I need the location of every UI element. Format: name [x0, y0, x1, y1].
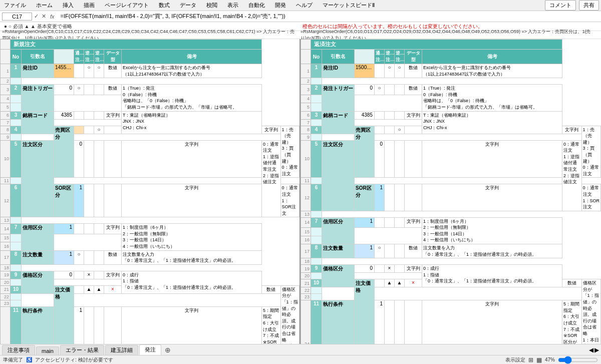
rh-inv1: 逆指値付注文	[385, 50, 395, 64]
table-row: 63銘柄コード4385文字列T：東証（省略時東証） JNX：JNX CHJ：Ch…	[1, 111, 299, 119]
lh-inv1: 逆指値付注文	[84, 50, 94, 64]
rh-dtype: データ型	[405, 50, 422, 64]
right-table: 返済注文 No 引数名 通常注文 逆指値付注文 逆指値注文 データ型 備考	[300, 39, 601, 344]
table-row: 32発注トリガー0○数値1（True）: 発注 0（False）: 待機 省略時…	[1, 85, 299, 95]
cell-reference[interactable]	[2, 13, 32, 21]
rh-inv2: 逆指値注文	[395, 50, 405, 64]
table-row: 23	[1, 300, 299, 306]
table-row: 2411執行条件1文字列5：期間指定 6：大引け成立 7：不成 ※SOR区分が「…	[1, 306, 299, 344]
fx-label: fx	[50, 14, 55, 20]
rh-normal: 通常注文	[375, 50, 385, 64]
table-row: 18	[1, 264, 299, 271]
tab-main[interactable]: main	[36, 346, 59, 355]
rh-no: No	[311, 50, 322, 64]
right-panel: 返済注文 No 引数名 通常注文 逆指値付注文 逆指値注文 データ型 備考	[300, 39, 601, 344]
formula-check-icon[interactable]: ✓	[34, 13, 39, 20]
table-row: 199価格区分0×文字列0：成行 1：指値 「0：通常注文」、「1：逆指値付通常…	[1, 271, 299, 279]
accessibility-text: アクセシビリティ: 検討が必要です	[35, 356, 113, 363]
ready-status: 準備完了	[3, 356, 23, 363]
tab-建玉詳細[interactable]: 建玉詳細	[105, 345, 138, 355]
tab-注意事項[interactable]: 注意事項	[2, 345, 35, 355]
table-row: 9	[301, 134, 601, 140]
add-sheet-icon[interactable]: ⊕	[162, 345, 174, 355]
menu-data[interactable]: データ	[178, 1, 198, 10]
table-row: 105注文区分0文字列0：通常注文 1：逆指値付通常注文 2：逆指値注文	[1, 140, 299, 178]
lh-name: 引数名	[22, 50, 54, 64]
page-view-icon[interactable]: ▦	[536, 356, 542, 363]
lh-desc: 備考	[122, 50, 262, 64]
table-row: 63銘柄コード4385文字列T：東証（省略時東証） JNX：JNX CHJ：Ch…	[301, 111, 601, 119]
formula-bar: ✓ ✕ fx	[0, 11, 601, 22]
table-row: 22	[301, 287, 601, 294]
table-row: 11発注ID150004385○○数値Excelから注文を一意に識別するための番…	[301, 64, 601, 78]
table-row: 23	[301, 294, 601, 300]
left-panel: 新規注文 No 引数名 通常注文 逆指値付注文 逆指値注文 データ型 備考	[0, 39, 300, 344]
lh-no: No	[11, 50, 22, 64]
tab-scroll-left-icon[interactable]: ◀	[589, 346, 593, 353]
table-row: 147信用区分1文字列1：制度信用（6ヶ月） 2：一般信用（無制限） 3：一般信…	[301, 217, 601, 227]
menu-review[interactable]: 校閲	[204, 1, 219, 10]
tab-bar: 注意事項mainエラー・結果建玉詳細発注 ⊕ ◀ ▶	[0, 344, 601, 355]
menu-automate[interactable]: 自動化	[246, 1, 267, 10]
table-row: 199価格区分0×文字列0：成行 1：指値 「0：通常注文」、「1：逆指値付通常…	[301, 265, 601, 273]
menu-home[interactable]: ホーム	[34, 1, 55, 10]
menu-view[interactable]: 表示	[225, 1, 240, 10]
table-row: 2411執行条件1文字列5：期間指定 6：大引け成立 7：不成 ※SOR区分が「…	[301, 300, 601, 344]
menu-file[interactable]: ファイル	[2, 1, 28, 10]
table-row: 178注文数量1○数値注文数量を入力 「0：通常注文」、「1：逆指値付通常注文」…	[301, 244, 601, 258]
tab-発注[interactable]: 発注	[139, 344, 161, 355]
tab-scroll-right-icon[interactable]: ▶	[594, 346, 599, 353]
table-row: 18	[301, 258, 601, 265]
menu-formula[interactable]: 数式	[157, 1, 172, 10]
menu-insert[interactable]: 挿入	[61, 1, 76, 10]
share-button[interactable]: 共有	[579, 0, 599, 11]
table-row: 178注文数量1○数値注文数量を入力 「0：通常注文」、「1：逆指値付通常注文」…	[1, 250, 299, 264]
tab-エラー-結果[interactable]: エラー・結果	[60, 345, 104, 355]
formula-cancel-icon[interactable]: ✕	[42, 13, 46, 20]
right-header-row: No 引数名 通常注文 逆指値付注文 逆指値注文 データ型 備考	[301, 50, 601, 64]
zoom-level: 47%	[545, 357, 555, 362]
left-title-row: 新規注文	[1, 40, 299, 50]
menu-market-speed[interactable]: マーケットスピードⅡ	[321, 1, 377, 10]
rh-name: 引数名	[322, 50, 355, 64]
zoom-slider[interactable]	[558, 356, 598, 364]
rh-val	[355, 50, 375, 64]
left-panel-title: 新規注文	[11, 40, 262, 50]
table-row: 147信用区分1文字列1：制度信用（6ヶ月） 2：一般信用（無制限） 3：一般信…	[1, 224, 299, 234]
right-title-row: 返済注文	[301, 40, 601, 50]
table-row: 13	[1, 217, 299, 224]
menu-develop[interactable]: 開発	[273, 1, 288, 10]
rh-desc: 備考	[422, 50, 562, 64]
lh-val	[54, 50, 74, 64]
menu-help[interactable]: ヘルプ	[294, 1, 315, 10]
left-table: 新規注文 No 引数名 通常注文 逆指値付注文 逆指値注文 データ型 備考	[0, 39, 299, 344]
menu-bar: ファイル ホーム 挿入 描画 ページレイアウト 数式 データ 校閲 表示 自動化…	[0, 0, 601, 11]
accessibility-icon[interactable]: ♿	[26, 357, 32, 362]
menu-page-layout[interactable]: ページレイアウト	[103, 1, 151, 10]
lh-dtype: データ型	[104, 50, 122, 64]
table-row: 9	[1, 134, 299, 140]
lh-normal: 通常注文	[74, 50, 84, 64]
right-panel-title: 返済注文	[311, 40, 562, 50]
table-row: 105注文区分0文字列0：通常注文 1：逆指値付通常注文 2：逆指値注文	[301, 140, 601, 178]
table-row: 13	[301, 211, 601, 217]
formula-row2: =RsMarginOpenOrder(C8,C10,C13,C17,C19,C2…	[0, 31, 601, 39]
table-row: 32発注トリガー0○数値1（True）: 発注 0（False）: 待機 省略時…	[301, 85, 601, 95]
table-row: 2	[1, 78, 299, 85]
lh-inv2: 逆指値注文	[94, 50, 104, 64]
formula-input[interactable]	[59, 13, 599, 20]
menu-draw[interactable]: 描画	[82, 1, 97, 10]
table-row: 11発注ID14554385○○数値Excelから注文を一意に識別するための番号…	[1, 64, 299, 78]
display-settings[interactable]: 表示設定	[505, 356, 525, 363]
grid-view-icon[interactable]: ⊞	[528, 356, 533, 363]
comment-button[interactable]: コメント	[545, 0, 576, 11]
left-header-row: No 引数名 通常注文 逆指値付注文 逆指値注文 データ型 備考	[1, 50, 299, 64]
status-bar: 準備完了 ♿ アクセシビリティ: 検討が必要です 表示設定 ⊞ ▦ 47%	[0, 355, 601, 364]
table-row: 2	[301, 78, 601, 85]
spreadsheet-area: 新規注文 No 引数名 通常注文 逆指値付注文 逆指値注文 データ型 備考	[0, 39, 601, 344]
table-row: 22	[1, 293, 299, 300]
